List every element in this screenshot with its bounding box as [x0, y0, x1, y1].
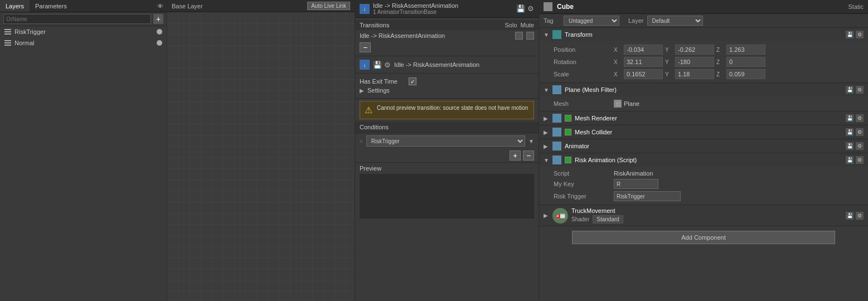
scale-xyz: X Y Z — [614, 69, 765, 79]
script-row: Script RiskAnimation — [554, 169, 864, 178]
risk-trigger-label: Risk Trigger — [554, 193, 609, 200]
transform-save-icon[interactable]: 💾 — [846, 31, 854, 38]
my-key-input[interactable] — [614, 179, 658, 189]
rotation-x-input[interactable] — [624, 57, 663, 67]
add-component-button[interactable]: Add Component — [572, 231, 835, 244]
preview-section: Preview — [355, 162, 539, 221]
plane-settings-icon[interactable]: ⚙ — [856, 86, 864, 94]
transform-icon — [552, 30, 561, 39]
transition-mute-toggle[interactable] — [526, 32, 534, 40]
mesh-collider-icon — [552, 128, 561, 137]
animator-save-icon[interactable]: 💾 — [846, 142, 854, 150]
position-y-input[interactable] — [675, 45, 714, 55]
settings-icon[interactable]: ⚙ — [527, 4, 534, 13]
layer-dot-normal — [157, 40, 162, 46]
transform-settings-icon[interactable]: ⚙ — [856, 31, 864, 38]
settings-label: Settings — [367, 87, 390, 94]
rotation-z-input[interactable] — [726, 57, 765, 67]
static-label: Static — [848, 3, 864, 10]
animator-canvas[interactable]: RiskAssementAnimation Idle Entry — [167, 12, 355, 301]
risk-trigger-input[interactable] — [614, 191, 681, 201]
transition-list-item[interactable]: Idle -> RiskAssementAnimation — [355, 30, 539, 41]
risk-animation-save-icon[interactable]: 💾 — [846, 156, 854, 164]
layer-label: Layer — [628, 17, 644, 24]
inspector-title: Cube — [557, 3, 574, 11]
scale-label: Scale — [554, 71, 609, 77]
transition-header: ↓ Idle -> RiskAssementAnimation 1 Animat… — [355, 0, 539, 18]
transition-detail-icon: ↓ — [360, 60, 370, 70]
mesh-collider-settings-icon[interactable]: ⚙ — [856, 128, 864, 136]
mesh-collider-actions: 💾 ⚙ — [846, 128, 864, 136]
conditions-footer: + − — [355, 149, 539, 162]
animator-settings-icon[interactable]: ⚙ — [856, 142, 864, 150]
layer-name-risktrigger: RiskTrigger — [14, 28, 46, 35]
remove-condition-button[interactable]: − — [523, 151, 534, 161]
rotation-y-input[interactable] — [675, 57, 714, 67]
transform-component: ▼ Transform 💾 ⚙ Position X Y Z — [539, 28, 868, 83]
tab-parameters[interactable]: Parameters — [30, 0, 72, 12]
transform-expand-icon: ▼ — [544, 32, 549, 38]
animator-header[interactable]: ▶ Animator 💾 ⚙ — [539, 139, 868, 153]
truck-shader-label: Shader — [571, 216, 589, 222]
conditions-header: Conditions — [355, 122, 539, 133]
position-z-input[interactable] — [726, 45, 765, 55]
risk-animation-checkbox[interactable] — [565, 157, 571, 163]
risk-animation-header[interactable]: ▼ Risk Animation (Script) 💾 ⚙ — [539, 153, 868, 167]
scale-z-input[interactable] — [726, 69, 765, 79]
search-row: + — [0, 12, 167, 26]
layer-dropdown[interactable]: Default — [647, 16, 703, 26]
mesh-collider-expand-icon: ▶ — [544, 129, 549, 135]
detail-settings-icon[interactable]: ⚙ — [384, 61, 391, 69]
eye-icon[interactable]: 👁 — [154, 2, 167, 11]
risk-animation-settings-icon[interactable]: ⚙ — [856, 156, 864, 164]
scale-y-input[interactable] — [675, 69, 714, 79]
my-key-row: My Key — [554, 178, 864, 190]
mesh-renderer-save-icon[interactable]: 💾 — [846, 114, 854, 122]
mesh-renderer-checkbox[interactable] — [565, 115, 571, 122]
position-x-input[interactable] — [624, 45, 663, 55]
animator-icon — [552, 142, 561, 151]
layers-panel: Layers Parameters 👁 + RiskTrigger Normal — [0, 0, 167, 301]
animator-title: Animator — [565, 143, 842, 149]
condition-dropdown[interactable]: RiskTrigger — [366, 135, 525, 147]
mesh-renderer-settings-icon[interactable]: ⚙ — [856, 114, 864, 122]
mesh-collider-component: ▶ Mesh Collider 💾 ⚙ — [539, 125, 868, 139]
layer-item-normal[interactable]: Normal — [0, 37, 167, 48]
save-icon[interactable]: 💾 — [516, 4, 525, 13]
remove-transition-button[interactable]: − — [360, 42, 371, 52]
truck-save-icon[interactable]: 💾 — [846, 212, 854, 220]
drag-handle-icon[interactable]: ≡ — [360, 138, 363, 144]
mesh-collider-save-icon[interactable]: 💾 — [846, 128, 854, 136]
preview-header: Preview — [360, 165, 534, 172]
plane-save-icon[interactable]: 💾 — [846, 86, 854, 94]
mesh-renderer-expand-icon: ▶ — [544, 115, 549, 122]
exit-time-checkbox[interactable]: ✓ — [409, 77, 416, 85]
cube-thumbnail — [544, 2, 552, 11]
transitions-label: Transitions — [360, 22, 505, 28]
settings-header[interactable]: ▶ Settings — [360, 87, 534, 94]
mesh-renderer-title: Mesh Renderer — [575, 115, 842, 122]
add-condition-button[interactable]: + — [510, 151, 521, 161]
mesh-collider-checkbox[interactable] — [565, 129, 571, 135]
mesh-label: Mesh — [554, 100, 609, 107]
tab-layers[interactable]: Layers — [0, 0, 30, 12]
search-input[interactable] — [3, 14, 151, 24]
mesh-collider-title: Mesh Collider — [575, 129, 842, 135]
risk-animation-component: ▼ Risk Animation (Script) 💾 ⚙ Script Ris… — [539, 153, 868, 205]
truck-settings-icon[interactable]: ⚙ — [856, 212, 864, 220]
layer-item-risktrigger[interactable]: RiskTrigger — [0, 26, 167, 37]
scale-x-input[interactable] — [624, 69, 663, 79]
tag-dropdown[interactable]: Untagged — [564, 16, 619, 26]
add-layer-button[interactable]: + — [153, 14, 163, 24]
mesh-renderer-header[interactable]: ▶ Mesh Renderer 💾 ⚙ — [539, 111, 868, 125]
transition-arrows — [167, 12, 355, 301]
exit-time-label: Has Exit Time — [360, 78, 404, 85]
transition-solo-toggle[interactable] — [515, 32, 523, 40]
detail-save-icon[interactable]: 💾 — [373, 61, 382, 69]
plane-mesh-filter-component: ▼ Plane (Mesh Filter) 💾 ⚙ Mesh ◻ Plane — [539, 83, 868, 111]
plane-mesh-filter-header[interactable]: ▼ Plane (Mesh Filter) 💾 ⚙ — [539, 83, 868, 96]
transform-header[interactable]: ▼ Transform 💾 ⚙ — [539, 28, 868, 41]
mesh-collider-header[interactable]: ▶ Mesh Collider 💾 ⚙ — [539, 125, 868, 139]
auto-live-link-button[interactable]: Auto Live Link — [307, 2, 350, 10]
truck-movement-header[interactable]: ▶ 🚛 TruckMovement Shader Standard 💾 ⚙ — [539, 205, 868, 226]
